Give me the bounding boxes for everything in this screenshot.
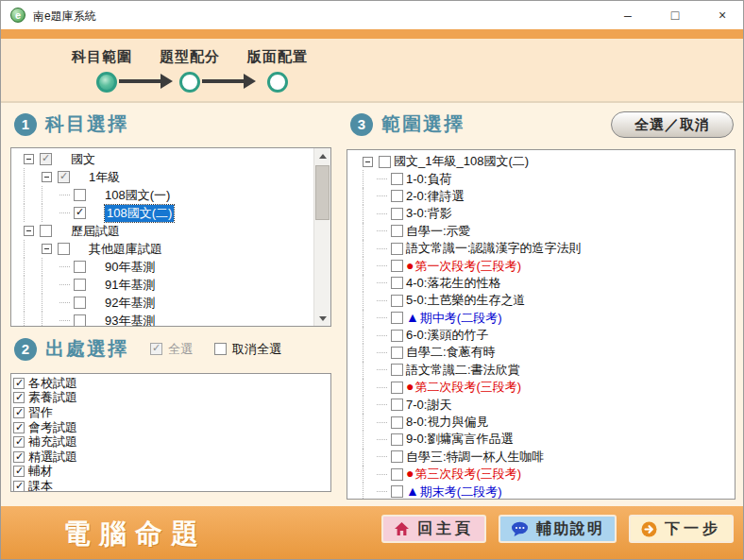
tree-item-checkbox[interactable] xyxy=(391,243,403,255)
source-item-checkbox[interactable] xyxy=(13,436,25,448)
tree-item-label[interactable]: 6-0:溪頭的竹子 xyxy=(406,327,488,344)
tree-item-checkbox[interactable] xyxy=(391,277,403,289)
collapse-minus-icon[interactable] xyxy=(24,226,34,236)
tree-item-checkbox[interactable] xyxy=(40,153,52,165)
tree-item-checkbox[interactable] xyxy=(391,399,403,411)
source-item-checkbox[interactable] xyxy=(13,466,25,477)
tree-guide-line xyxy=(363,188,377,205)
tree-item-label[interactable]: 語文常識二:書法欣賞 xyxy=(406,362,520,379)
tree-item-label[interactable]: ●第三次段考(三段考) xyxy=(406,466,521,483)
tree-item-checkbox[interactable] xyxy=(58,243,70,255)
tree-item-label[interactable]: 其他題庫試題 xyxy=(89,241,162,258)
tree-item-label[interactable]: 7-0:謝天 xyxy=(406,397,451,414)
source-list-item[interactable]: 會考試題 xyxy=(13,420,330,435)
minimize-button[interactable]: – xyxy=(620,8,635,23)
deselect-all-checkbox[interactable] xyxy=(214,343,227,355)
tree-item-label[interactable]: 4-0:落花生的性格 xyxy=(406,275,500,292)
tree-item-checkbox[interactable] xyxy=(391,295,403,307)
tree-item-label[interactable]: ●第一次段考(三段考) xyxy=(406,258,521,275)
tree-item-checkbox[interactable] xyxy=(391,347,403,359)
source-item-checkbox[interactable] xyxy=(13,392,25,403)
tree-item-label[interactable]: ▲期末考(二段考) xyxy=(406,484,502,500)
tree-item-checkbox[interactable] xyxy=(74,189,86,201)
home-button[interactable]: 回主頁 xyxy=(381,515,486,543)
scroll-down-icon[interactable] xyxy=(314,311,330,326)
tree-item-label[interactable]: 語文常識一:認識漢字的造字法則 xyxy=(406,240,582,257)
tree-item-checkbox[interactable] xyxy=(391,468,403,481)
source-list-item[interactable]: 課本 xyxy=(13,479,330,492)
source-item-checkbox[interactable] xyxy=(13,378,25,389)
collapse-minus-icon[interactable] xyxy=(42,244,52,254)
tree-guide-line xyxy=(59,266,70,267)
tree-item-label[interactable]: 8-0:視力與偏見 xyxy=(406,414,488,431)
tree-item-checkbox[interactable] xyxy=(74,314,86,327)
source-item-checkbox[interactable] xyxy=(13,451,25,463)
tree-item-label[interactable]: 5-0:土芭樂的生存之道 xyxy=(406,292,525,309)
source-item-checkbox[interactable] xyxy=(13,422,25,433)
tree-item-checkbox[interactable] xyxy=(74,297,86,309)
step-circle-3[interactable] xyxy=(267,72,288,93)
tree-item-checkbox[interactable] xyxy=(74,207,86,219)
help-button[interactable]: 輔助說明 xyxy=(499,515,617,543)
tree-item-label[interactable]: 92年基測 xyxy=(105,295,155,312)
tree-item-checkbox[interactable] xyxy=(391,364,403,376)
tree-item-label[interactable]: 108國文(一) xyxy=(105,187,170,204)
source-list-item[interactable]: 習作 xyxy=(13,405,330,420)
tree-item-label[interactable]: ●第二次段考(三段考) xyxy=(406,379,521,396)
tree-item-checkbox[interactable] xyxy=(391,382,403,394)
source-list-item[interactable]: 精選試題 xyxy=(13,450,330,465)
tree-item-label[interactable]: 108國文(二) xyxy=(105,205,174,222)
tree-item-checkbox[interactable] xyxy=(391,225,403,237)
close-button[interactable]: × xyxy=(715,8,730,23)
collapse-minus-icon[interactable] xyxy=(363,157,373,167)
tree-item-checkbox[interactable] xyxy=(391,260,403,272)
tree-item-label[interactable]: 1-0:負荷 xyxy=(406,171,451,188)
tree-item-checkbox[interactable] xyxy=(391,312,403,324)
tree-item-checkbox[interactable] xyxy=(391,190,403,202)
tree-item-checkbox[interactable] xyxy=(74,261,86,273)
tree-item-checkbox[interactable] xyxy=(40,225,52,237)
tree-item-label[interactable]: 1年級 xyxy=(89,169,120,186)
tree-item-label[interactable]: 93年基測 xyxy=(105,313,155,328)
tree-item-label[interactable]: 自學一:示愛 xyxy=(406,223,471,240)
tree-item-checkbox[interactable] xyxy=(58,171,70,183)
scroll-up-icon[interactable] xyxy=(314,148,330,163)
tree-item-label[interactable]: 國文_1年級_108國文(二) xyxy=(394,153,529,170)
collapse-minus-icon[interactable] xyxy=(42,172,52,182)
source-list-item[interactable]: 各校試題 xyxy=(13,376,330,391)
scrollbar-thumb[interactable] xyxy=(315,165,330,220)
select-toggle-all-button[interactable]: 全選／取消 xyxy=(611,111,734,138)
tree-item-checkbox[interactable] xyxy=(391,330,403,342)
tree-item-checkbox[interactable] xyxy=(391,433,403,446)
tree-item-label[interactable]: ▲期中考(二段考) xyxy=(406,310,502,327)
tree-item-checkbox[interactable] xyxy=(391,208,403,220)
source-item-checkbox[interactable] xyxy=(13,481,25,492)
source-list-item[interactable]: 素養試題 xyxy=(13,391,330,406)
source-list-item[interactable]: 輔材 xyxy=(13,465,330,480)
tree-item-label[interactable]: 9-0:劉墉寓言作品選 xyxy=(406,431,513,448)
tree-item-label[interactable]: 2-0:律詩選 xyxy=(406,188,464,205)
tree-guide-line xyxy=(377,369,387,370)
step-circle-1[interactable] xyxy=(96,72,117,93)
tree-item-checkbox[interactable] xyxy=(391,173,403,185)
tree-item-checkbox[interactable] xyxy=(391,485,403,498)
tree-item-checkbox[interactable] xyxy=(391,416,403,429)
next-step-button[interactable]: 下一步 xyxy=(629,515,734,543)
tree-item-label[interactable]: 3-0:背影 xyxy=(406,205,451,222)
tree-item-label[interactable]: 90年基測 xyxy=(105,259,155,276)
collapse-minus-icon[interactable] xyxy=(24,154,34,164)
tree-item-checkbox[interactable] xyxy=(379,156,391,168)
tree-item-checkbox[interactable] xyxy=(74,279,86,291)
scrollbar[interactable] xyxy=(313,148,330,326)
source-item-checkbox[interactable] xyxy=(13,407,25,418)
source-list-item[interactable]: 補充試題 xyxy=(13,434,330,450)
tree-item-checkbox[interactable] xyxy=(391,450,403,463)
tree-item-label[interactable]: 自學二:食蔥有時 xyxy=(406,344,496,361)
maximize-button[interactable]: □ xyxy=(668,8,683,23)
tree-item-label[interactable]: 歷屆試題 xyxy=(71,223,120,240)
tree-item-label[interactable]: 國文 xyxy=(71,151,95,168)
tree-item-label[interactable]: 自學三:特調一杯人生咖啡 xyxy=(406,449,545,466)
select-all-checkbox[interactable] xyxy=(150,343,162,355)
tree-item-label[interactable]: 91年基測 xyxy=(105,277,155,294)
step-circle-2[interactable] xyxy=(179,72,200,93)
